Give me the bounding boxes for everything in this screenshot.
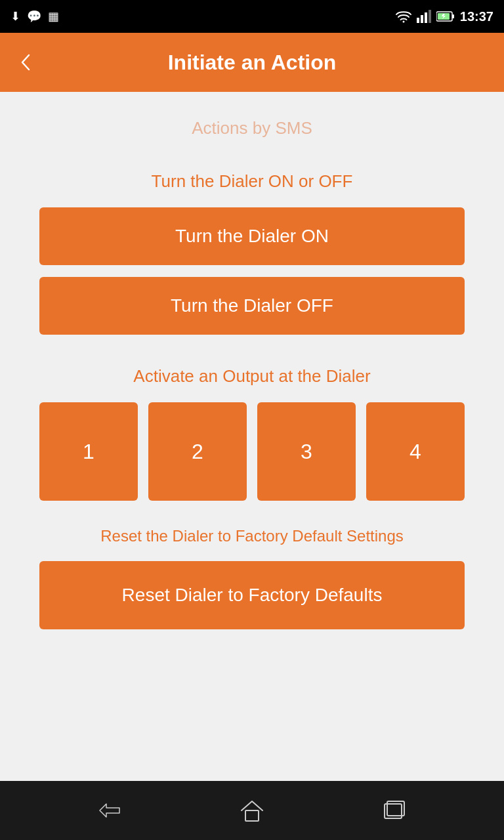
nav-back-button[interactable] (91, 791, 130, 830)
svg-rect-4 (429, 10, 431, 23)
app-bar: Initiate an Action (0, 33, 504, 92)
svg-point-0 (402, 21, 404, 23)
output-button-1[interactable]: 1 (39, 402, 138, 501)
page-title: Initiate an Action (52, 51, 452, 75)
barcode-icon: ▦ (48, 9, 59, 24)
navigation-bar (0, 781, 504, 840)
output-buttons-grid: 1 2 3 4 (39, 402, 465, 501)
turn-dialer-on-button[interactable]: Turn the Dialer ON (39, 207, 465, 265)
reset-label: Reset the Dialer to Factory Default Sett… (39, 527, 465, 545)
svg-rect-8 (245, 810, 259, 821)
dialer-toggle-label: Turn the Dialer ON or OFF (39, 171, 465, 192)
nav-recents-button[interactable] (374, 791, 413, 830)
svg-rect-3 (425, 12, 427, 23)
output-button-3[interactable]: 3 (257, 402, 356, 501)
message-icon: 💬 (27, 9, 41, 24)
activate-output-label: Activate an Output at the Dialer (39, 366, 465, 387)
output-button-2[interactable]: 2 (148, 402, 247, 501)
nav-home-button[interactable] (232, 791, 272, 830)
status-bar: ⬇ 💬 ▦ 13:37 (0, 0, 504, 33)
turn-dialer-off-button[interactable]: Turn the Dialer OFF (39, 277, 465, 335)
svg-rect-2 (421, 15, 423, 23)
signal-icon (417, 10, 431, 23)
actions-by-sms-label: Actions by SMS (39, 118, 465, 138)
back-button[interactable] (13, 49, 39, 75)
content-area: Actions by SMS Turn the Dialer ON or OFF… (0, 92, 504, 781)
download-icon: ⬇ (10, 9, 20, 24)
status-bar-right: 13:37 (396, 9, 494, 24)
reset-factory-defaults-button[interactable]: Reset Dialer to Factory Defaults (39, 561, 465, 629)
svg-rect-1 (417, 18, 419, 23)
status-bar-left: ⬇ 💬 ▦ (10, 9, 59, 24)
time-display: 13:37 (460, 9, 494, 24)
battery-icon (436, 10, 455, 22)
wifi-icon (396, 10, 411, 23)
svg-rect-6 (452, 14, 454, 18)
output-button-4[interactable]: 4 (366, 402, 465, 501)
